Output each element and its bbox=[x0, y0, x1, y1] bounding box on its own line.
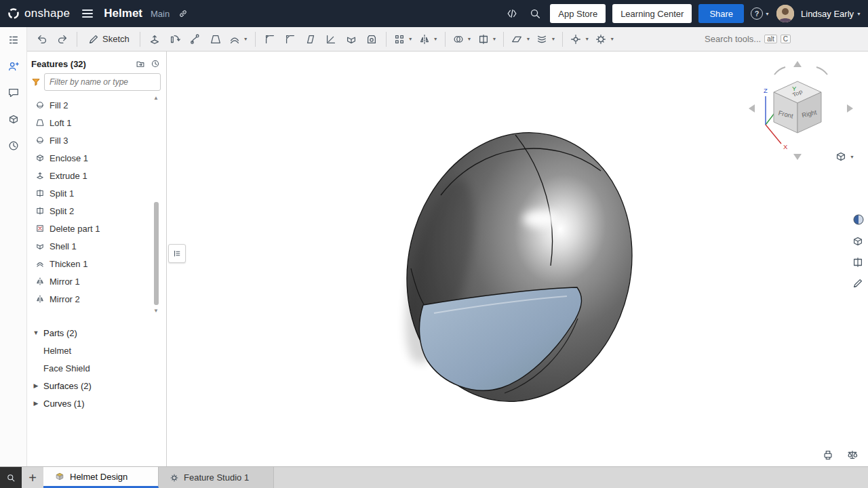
comments-icon[interactable] bbox=[6, 85, 21, 100]
help-icon: ? bbox=[751, 7, 763, 20]
feature-item[interactable]: Split 2 bbox=[28, 202, 166, 220]
tab-search-icon[interactable] bbox=[0, 467, 22, 488]
chevron-down-icon: ▼ bbox=[856, 12, 861, 16]
undo-button[interactable] bbox=[33, 29, 52, 49]
shell-button[interactable] bbox=[342, 29, 361, 49]
rotate-left-arrow[interactable] bbox=[749, 104, 755, 113]
print-icon[interactable] bbox=[821, 447, 835, 462]
sweep-button[interactable] bbox=[186, 29, 205, 49]
mate-connector-button[interactable]: ▼ bbox=[568, 29, 591, 49]
split-button[interactable]: ▼ bbox=[475, 29, 499, 49]
shortcut-c-key: C bbox=[781, 35, 791, 43]
fillet-button[interactable] bbox=[260, 29, 279, 49]
mirror-button[interactable]: ▼ bbox=[416, 29, 440, 49]
feature-item-label: Enclose 1 bbox=[50, 153, 88, 163]
collapse-panel-handle[interactable] bbox=[168, 244, 186, 263]
tab-feature-studio[interactable]: Feature Studio 1 bbox=[159, 467, 274, 488]
feature-item[interactable]: Split 1 bbox=[28, 184, 166, 202]
history-icon[interactable] bbox=[6, 138, 21, 153]
share-button[interactable]: Share bbox=[698, 4, 744, 23]
named-views-icon[interactable] bbox=[850, 276, 867, 291]
feature-item[interactable]: Mirror 2 bbox=[28, 290, 166, 308]
measure-icon[interactable] bbox=[845, 447, 860, 462]
feature-item[interactable]: Delete part 1 bbox=[28, 220, 166, 237]
avatar[interactable] bbox=[776, 5, 794, 22]
view-cube[interactable]: Top Front Right Z X Y bbox=[743, 57, 859, 165]
app-store-button[interactable]: App Store bbox=[550, 4, 606, 23]
filter-icon[interactable] bbox=[31, 77, 41, 87]
collaborate-icon[interactable] bbox=[6, 59, 21, 74]
learning-center-button[interactable]: Learning Center bbox=[612, 4, 692, 23]
helix-button[interactable]: ▼ bbox=[534, 29, 557, 49]
feature-item-label: Shell 1 bbox=[50, 241, 77, 251]
linear-pattern-button[interactable]: ▼ bbox=[391, 29, 415, 49]
redo-button[interactable] bbox=[53, 29, 72, 49]
rotate-right-arrow[interactable] bbox=[847, 104, 853, 113]
graphics-viewport[interactable]: Top Front Right Z X Y ▼ bbox=[167, 52, 868, 466]
sketch-button[interactable]: Sketch bbox=[82, 29, 135, 49]
parts-section-header[interactable]: ▼ Parts (2) bbox=[27, 324, 166, 342]
feature-list-panel-icon[interactable] bbox=[6, 33, 21, 47]
part-item[interactable]: Helmet bbox=[27, 342, 166, 359]
view-options-button[interactable]: ▼ bbox=[835, 150, 854, 163]
search-tools-input[interactable]: Search tools... altC bbox=[701, 31, 795, 47]
onshape-logo[interactable]: onshape bbox=[7, 7, 70, 20]
chamfer-button[interactable] bbox=[281, 29, 300, 49]
chevron-down-icon: ▼ bbox=[243, 37, 248, 41]
feature-item[interactable]: Loft 1 bbox=[28, 114, 166, 131]
document-menu-icon[interactable] bbox=[79, 5, 96, 22]
isometric-view-icon[interactable] bbox=[850, 234, 867, 249]
rollback-history-icon[interactable] bbox=[150, 58, 161, 69]
feature-item[interactable]: Thicken 1 bbox=[28, 255, 166, 272]
loft-button[interactable] bbox=[206, 29, 225, 49]
feature-item[interactable]: Enclose 1 bbox=[28, 149, 166, 167]
copy-link-icon[interactable] bbox=[176, 7, 190, 20]
shaded-view-icon[interactable] bbox=[850, 211, 867, 228]
draft-button[interactable] bbox=[301, 29, 320, 49]
workspace-name[interactable]: Main bbox=[151, 9, 170, 19]
curves-section-header[interactable]: ▶ Curves (1) bbox=[27, 394, 166, 412]
viewport-bottom-tools bbox=[821, 447, 860, 462]
rotate-down-arrow[interactable] bbox=[793, 154, 802, 160]
surfaces-section-header[interactable]: ▶ Surfaces (2) bbox=[27, 377, 166, 394]
plane-button[interactable]: ▼ bbox=[509, 29, 532, 49]
feature-item[interactable]: Mirror 1 bbox=[28, 272, 166, 290]
fill-icon bbox=[35, 136, 45, 145]
user-menu[interactable]: Lindsay Early ▼ bbox=[801, 9, 861, 19]
part-item[interactable]: Face Shield bbox=[27, 359, 166, 377]
filter-input[interactable] bbox=[44, 73, 161, 91]
tab-part-studio[interactable]: Helmet Design bbox=[43, 467, 159, 488]
hole-button[interactable] bbox=[362, 29, 381, 49]
custom-features-button[interactable]: ▼ bbox=[593, 29, 616, 49]
feature-item-label: Fill 3 bbox=[50, 136, 68, 146]
help-menu[interactable]: ? ▼ bbox=[751, 7, 770, 20]
rib-button[interactable] bbox=[321, 29, 340, 49]
feature-item-label: Split 2 bbox=[50, 206, 74, 216]
chevron-down-icon: ▼ bbox=[467, 37, 472, 41]
new-tab-button[interactable]: + bbox=[22, 467, 43, 488]
view-cube-faces[interactable] bbox=[774, 81, 821, 133]
boolean-button[interactable]: ▼ bbox=[450, 29, 474, 49]
parts-panel-icon[interactable] bbox=[6, 112, 21, 127]
featurescript-icon[interactable] bbox=[504, 5, 520, 22]
scrollbar-thumb[interactable] bbox=[154, 202, 159, 305]
section-view-icon[interactable] bbox=[850, 255, 867, 270]
search-icon[interactable] bbox=[527, 5, 543, 22]
create-folder-icon[interactable] bbox=[135, 58, 146, 69]
thicken-button[interactable]: ▼ bbox=[226, 29, 250, 49]
feature-item[interactable]: Extrude 1 bbox=[28, 167, 166, 184]
feature-item-label: Thicken 1 bbox=[50, 259, 87, 269]
feature-item-label: Mirror 2 bbox=[50, 294, 80, 304]
revolve-button[interactable] bbox=[165, 29, 184, 49]
feature-item[interactable]: Fill 2 bbox=[28, 96, 166, 114]
extrude-button[interactable] bbox=[145, 29, 164, 49]
feature-item[interactable]: Fill 3 bbox=[28, 131, 166, 149]
feature-item[interactable]: Shell 1 bbox=[28, 237, 166, 255]
feature-list: Fill 2 Loft 1 Fill 3 Enclose 1 Extrude 1… bbox=[27, 96, 166, 309]
vertical-scrollbar[interactable]: ▲ ▼ bbox=[153, 95, 159, 314]
features-panel: Features (32) Fill 2 Loft 1 Fill 3 Enclo… bbox=[27, 52, 167, 466]
rotate-up-arrow[interactable] bbox=[793, 61, 802, 67]
scroll-up-icon[interactable]: ▲ bbox=[153, 95, 159, 102]
scroll-down-icon[interactable]: ▼ bbox=[153, 308, 159, 314]
axis-x-label: X bbox=[783, 143, 788, 150]
